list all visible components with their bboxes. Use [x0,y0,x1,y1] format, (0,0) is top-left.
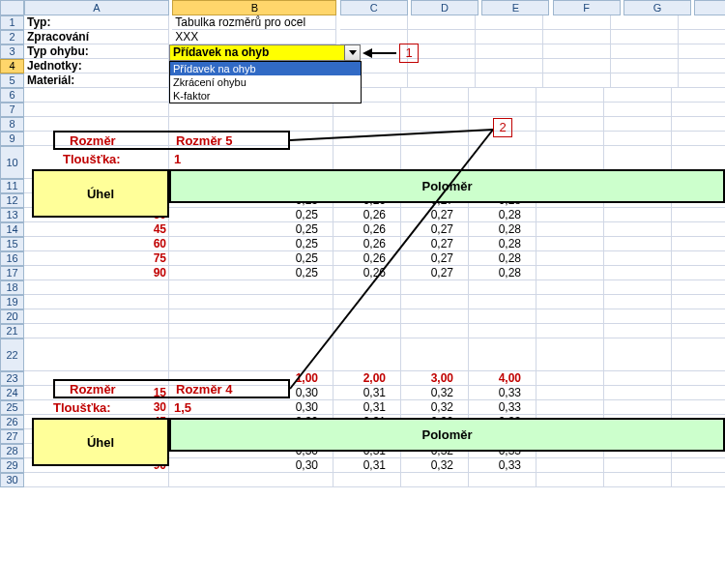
col-header-h[interactable]: H [694,0,725,15]
row-header-12[interactable]: 12 [0,193,24,208]
label-typ: Typ: [24,15,169,30]
dropdown-item[interactable]: Zkrácení ohybu [170,75,361,89]
section2-uhel-label: Úhel [87,435,114,450]
row-header-17[interactable]: 17 [0,266,24,280]
section2-data-cell[interactable]: 0,33 [459,458,521,472]
section2-tloustka-value: 1,5 [174,400,191,415]
section2-polomer-box: Poloměr [169,418,725,452]
col-header-e[interactable]: E [481,0,549,15]
row-header-5[interactable]: 5 [0,74,24,88]
section2-data-cell[interactable]: 0,31 [324,458,386,472]
section1-data-cell[interactable]: 0,28 [459,251,521,265]
row-header-27[interactable]: 27 [0,429,24,444]
section2-data-cell[interactable]: 0,30 [256,458,318,472]
row-header-11[interactable]: 11 [0,179,24,193]
section2-data-cell[interactable]: 0,32 [392,400,453,414]
col-header-a[interactable]: A [24,0,169,15]
section1-data-cell[interactable]: 0,28 [459,222,521,236]
section1-data-cell[interactable]: 0,25 [256,237,318,250]
section2-row-head[interactable]: 30 [104,400,166,414]
section1-data-cell[interactable]: 0,28 [459,237,521,250]
section1-row-head[interactable]: 60 [104,237,166,250]
section1-data-cell[interactable]: 0,27 [392,208,453,221]
row-header-1[interactable]: 1 [0,15,24,30]
label-jednotky: Jednotky: [24,59,169,74]
section1-data-cell[interactable]: 0,28 [459,266,521,279]
section1-data-cell[interactable]: 0,25 [256,251,318,265]
section1-polomer-label: Poloměr [421,179,472,193]
column-headers: A B C D E F G H [24,0,725,15]
section1-data-cell[interactable]: 0,26 [324,266,386,279]
section1-row-head[interactable]: 90 [104,266,166,279]
section2-data-cell[interactable]: 0,31 [324,400,386,414]
col-header-b[interactable]: B [172,0,336,15]
row-header-18[interactable]: 18 [0,280,24,295]
section1-uhel-label: Úhel [87,187,114,201]
section1-data-cell[interactable]: 0,25 [256,266,318,279]
dropdown-item[interactable]: K-faktor [170,89,361,103]
section2-data-cell[interactable]: 0,32 [392,458,453,472]
row-header-22[interactable]: 22 [0,338,24,371]
row-header-10[interactable]: 10 [0,146,24,179]
section1-data-cell[interactable]: 0,25 [256,222,318,236]
section1-data-cell[interactable]: 0,27 [392,266,453,279]
annotation-2: 2 [493,118,512,137]
col-header-d[interactable]: D [411,0,478,15]
col-header-g[interactable]: G [624,0,691,15]
row-header-24[interactable]: 24 [0,386,24,400]
dropdown-button[interactable] [344,44,361,61]
row-header-26[interactable]: 26 [0,415,24,429]
row-header-23[interactable]: 23 [0,371,24,386]
label-zprac: Zpracování [24,30,169,44]
section1-data-cell[interactable]: 0,28 [459,208,521,221]
section1-data-cell[interactable]: 0,26 [324,222,386,236]
section2-tloustka-label: Tloušťka: [53,400,111,415]
col-header-c[interactable]: C [340,0,408,15]
row-header-28[interactable]: 28 [0,444,24,458]
row-header-19[interactable]: 19 [0,295,24,309]
row-header-4[interactable]: 4 [0,59,24,74]
row-header-14[interactable]: 14 [0,222,24,237]
section2-data-cell[interactable]: 0,32 [392,386,453,399]
row-header-3[interactable]: 3 [0,44,24,59]
section1-data-cell[interactable]: 0,25 [256,208,318,221]
dropdown-item[interactable]: Přídavek na ohyb [170,62,361,75]
section1-data-cell[interactable]: 0,27 [392,251,453,265]
section2-data-cell[interactable]: 0,33 [459,400,521,414]
row-header-15[interactable]: 15 [0,237,24,251]
section1-data-cell[interactable]: 0,26 [324,208,386,221]
value-typ[interactable]: Tabulka rozměrů pro ocel [172,15,336,30]
row-header-16[interactable]: 16 [0,251,24,266]
col-header-f[interactable]: F [553,0,621,15]
row-header-7[interactable]: 7 [0,103,24,117]
row-header-20[interactable]: 20 [0,309,24,324]
row-header-30[interactable]: 30 [0,473,24,487]
section1-data-cell[interactable]: 0,26 [324,237,386,250]
row-header-21[interactable]: 21 [0,324,24,338]
row-header-2[interactable]: 2 [0,30,24,44]
dropdown-selected[interactable]: Přídavek na ohyb [169,44,345,61]
value-zprac[interactable]: XXX [172,30,336,44]
row-header-9[interactable]: 9 [0,132,24,146]
section1-data-cell[interactable]: 0,26 [324,251,386,265]
section2-data-cell[interactable]: 0,31 [324,386,386,399]
row-header-13[interactable]: 13 [0,208,24,222]
row-header-29[interactable]: 29 [0,458,24,473]
section2-rozmer-label: Rozměr [70,382,116,397]
section1-row-head[interactable]: 75 [104,251,166,265]
row-header-6[interactable]: 6 [0,88,24,103]
section1-tloustka-label: Tloušťka: [63,152,121,166]
row-header-8[interactable]: 8 [0,117,24,132]
section1-row-head[interactable]: 45 [104,222,166,236]
section2-col-head[interactable]: 3,00 [392,371,453,385]
label-material: Materiál: [24,74,169,88]
section2-data-cell[interactable]: 0,33 [459,386,521,399]
section2-data-cell[interactable]: 0,30 [256,400,318,414]
section2-col-head[interactable]: 4,00 [459,371,521,385]
section1-data-cell[interactable]: 0,27 [392,237,453,250]
section1-polomer-box: Poloměr [169,169,725,203]
row-header-25[interactable]: 25 [0,400,24,415]
section1-data-cell[interactable]: 0,27 [392,222,453,236]
section2-col-head[interactable]: 2,00 [324,371,386,385]
section1-rozmer-label: Rozměr [70,133,116,148]
